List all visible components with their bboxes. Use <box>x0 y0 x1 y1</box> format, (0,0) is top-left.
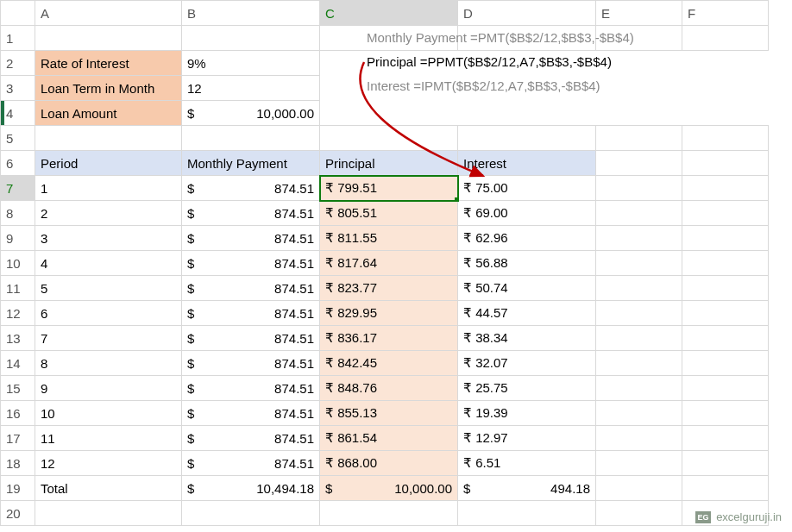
row-header[interactable]: 13 <box>1 326 35 351</box>
row-header[interactable]: 10 <box>1 251 35 276</box>
cell-period[interactable]: 5 <box>35 276 182 301</box>
watermark-text: excelguruji.in <box>716 510 782 523</box>
hdr-period[interactable]: Period <box>35 151 182 176</box>
row-header[interactable]: 14 <box>1 351 35 376</box>
cell-period[interactable]: 8 <box>35 351 182 376</box>
cell-monthly[interactable]: $874.51 <box>182 251 320 276</box>
cell-period[interactable]: 7 <box>35 326 182 351</box>
cell-monthly[interactable]: $874.51 <box>182 401 320 426</box>
value-term[interactable]: 12 <box>182 76 320 101</box>
col-B[interactable]: B <box>182 1 320 26</box>
cell-period[interactable]: 11 <box>35 426 182 451</box>
total-principal[interactable]: $10,000.00 <box>320 476 458 501</box>
cell-monthly[interactable]: $874.51 <box>182 376 320 401</box>
row-1[interactable]: 1 <box>1 26 35 51</box>
row-header[interactable]: 8 <box>1 201 35 226</box>
row-header[interactable]: 7 <box>1 176 35 201</box>
row-header[interactable]: 15 <box>1 376 35 401</box>
col-F[interactable]: F <box>682 1 769 26</box>
label-term[interactable]: Loan Term in Month <box>35 76 182 101</box>
cell-interest[interactable]: ₹ 6.51 <box>458 451 596 476</box>
cell-principal[interactable]: ₹ 836.17 <box>320 326 458 351</box>
row-header[interactable]: 18 <box>1 451 35 476</box>
cell-interest[interactable]: ₹ 69.00 <box>458 201 596 226</box>
cell-principal[interactable]: ₹ 805.51 <box>320 201 458 226</box>
total-interest[interactable]: $494.18 <box>458 476 596 501</box>
cell-period[interactable]: 12 <box>35 451 182 476</box>
row-header[interactable]: 16 <box>1 401 35 426</box>
cell-principal[interactable]: ₹ 823.77 <box>320 276 458 301</box>
cell-principal[interactable]: ₹ 848.76 <box>320 376 458 401</box>
cell-interest[interactable]: ₹ 50.74 <box>458 276 596 301</box>
label-amount[interactable]: Loan Amount <box>35 101 182 126</box>
cell-monthly[interactable]: $874.51 <box>182 351 320 376</box>
cell-period[interactable]: 10 <box>35 401 182 426</box>
total-label[interactable]: Total <box>35 476 182 501</box>
cell-monthly[interactable]: $874.51 <box>182 326 320 351</box>
cell-principal[interactable]: ₹ 861.54 <box>320 426 458 451</box>
cell-interest[interactable]: ₹ 38.34 <box>458 326 596 351</box>
watermark-logo: EG <box>695 511 711 523</box>
cell-period[interactable]: 3 <box>35 226 182 251</box>
col-E[interactable]: E <box>596 1 682 26</box>
col-D[interactable]: D <box>458 1 596 26</box>
row-header[interactable]: 17 <box>1 426 35 451</box>
cell-principal[interactable]: ₹ 842.45 <box>320 351 458 376</box>
cell-period[interactable]: 2 <box>35 201 182 226</box>
cell-principal[interactable]: ₹ 817.64 <box>320 251 458 276</box>
cell-interest[interactable]: ₹ 32.07 <box>458 351 596 376</box>
cell-interest[interactable]: ₹ 62.96 <box>458 226 596 251</box>
cell-monthly[interactable]: $874.51 <box>182 176 320 201</box>
cell-interest[interactable]: ₹ 12.97 <box>458 426 596 451</box>
row-header[interactable]: 9 <box>1 226 35 251</box>
label-rate[interactable]: Rate of Interest <box>35 51 182 76</box>
column-header-row: A B C D E F <box>1 1 769 26</box>
watermark: EG excelguruji.in <box>695 510 782 523</box>
cell-principal[interactable]: ₹ 868.00 <box>320 451 458 476</box>
cell-monthly[interactable]: $874.51 <box>182 451 320 476</box>
cell-period[interactable]: 9 <box>35 376 182 401</box>
row-header[interactable]: 11 <box>1 276 35 301</box>
cell-interest[interactable]: ₹ 56.88 <box>458 251 596 276</box>
row-2[interactable]: 2 <box>1 51 35 76</box>
cell-monthly[interactable]: $874.51 <box>182 301 320 326</box>
select-all-cell[interactable] <box>1 1 35 26</box>
cell-principal[interactable]: ₹ 799.51 <box>320 176 458 201</box>
cell-period[interactable]: 6 <box>35 301 182 326</box>
row-19[interactable]: 19 <box>1 476 35 501</box>
cell-monthly[interactable]: $874.51 <box>182 201 320 226</box>
total-monthly[interactable]: $10,494.18 <box>182 476 320 501</box>
row-6[interactable]: 6 <box>1 151 35 176</box>
cell-monthly[interactable]: $874.51 <box>182 426 320 451</box>
cell-principal[interactable]: ₹ 811.55 <box>320 226 458 251</box>
cell-period[interactable]: 4 <box>35 251 182 276</box>
cell-principal[interactable]: ₹ 855.13 <box>320 401 458 426</box>
row-5[interactable]: 5 <box>1 126 35 151</box>
cell-monthly[interactable]: $874.51 <box>182 226 320 251</box>
spreadsheet-grid[interactable]: A B C D E F 1 2 Rate of Interest 9% 3 Lo… <box>0 0 769 526</box>
cell-monthly[interactable]: $874.51 <box>182 276 320 301</box>
cell-interest[interactable]: ₹ 44.57 <box>458 301 596 326</box>
row-header[interactable]: 12 <box>1 301 35 326</box>
hdr-principal[interactable]: Principal <box>320 151 458 176</box>
currency-symbol: $ <box>187 106 194 121</box>
cell-interest[interactable]: ₹ 19.39 <box>458 401 596 426</box>
cell-interest[interactable]: ₹ 25.75 <box>458 376 596 401</box>
amount-value: 10,000.00 <box>256 106 314 121</box>
value-amount[interactable]: $10,000.00 <box>182 101 320 126</box>
hdr-monthly[interactable]: Monthly Payment <box>182 151 320 176</box>
value-rate[interactable]: 9% <box>182 51 320 76</box>
row-4[interactable]: 4 <box>1 101 35 126</box>
hdr-interest[interactable]: Interest <box>458 151 596 176</box>
cell-principal[interactable]: ₹ 829.95 <box>320 301 458 326</box>
col-A[interactable]: A <box>35 1 182 26</box>
cell-period[interactable]: 1 <box>35 176 182 201</box>
cell-interest[interactable]: ₹ 75.00 <box>458 176 596 201</box>
row-20[interactable]: 20 <box>1 501 35 526</box>
row-3[interactable]: 3 <box>1 76 35 101</box>
col-C[interactable]: C <box>320 1 458 26</box>
